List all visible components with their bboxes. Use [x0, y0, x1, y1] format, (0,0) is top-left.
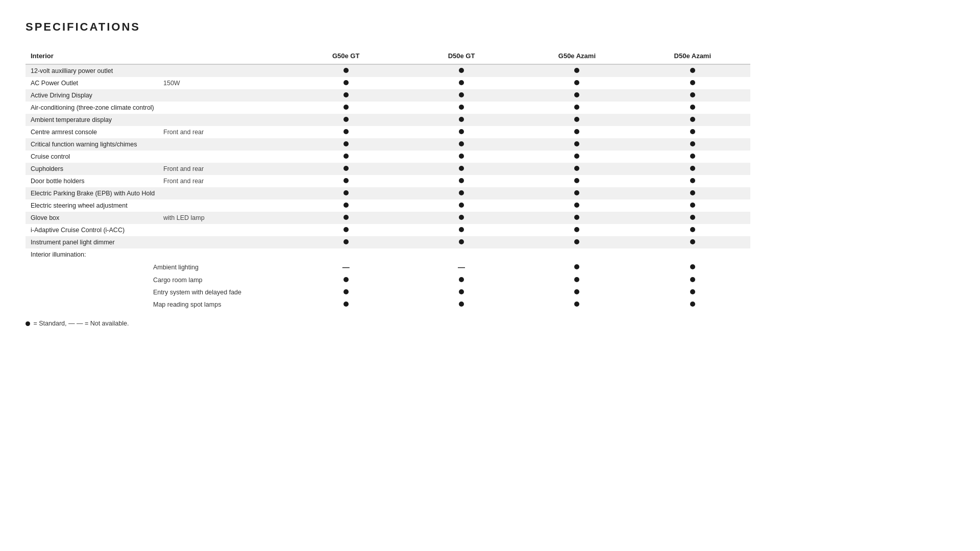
dot-icon [690, 178, 695, 183]
feature-name: Glove box [31, 214, 153, 221]
dot-icon [344, 203, 349, 208]
dot-icon [344, 141, 349, 146]
dot-icon [344, 80, 349, 85]
feature-name: i-Adaptive Cruise Control (i-ACC) [31, 227, 153, 234]
dot-icon [459, 203, 464, 208]
table-row: Electric steering wheel adjustment [26, 199, 750, 212]
cell-dot [404, 212, 519, 224]
cell-dot [519, 286, 634, 298]
dot-icon [690, 277, 695, 282]
feature-name: Active Driving Display [31, 92, 153, 99]
feature-name-cell: 12-volt auxilliary power outlet [26, 64, 288, 77]
feature-name: Interior illumination: [31, 251, 86, 258]
dot-icon [574, 154, 579, 159]
dot-icon [459, 129, 464, 134]
dot-icon [690, 105, 695, 110]
cell-dot [288, 138, 403, 151]
feature-name: Electric Parking Brake (EPB) with Auto H… [31, 190, 155, 197]
cell-dot [635, 89, 750, 102]
spec-table: Interior G50e GT D50e GT G50e Azami D50e… [26, 48, 750, 311]
feature-name-cell: Air-conditioning (three-zone climate con… [26, 102, 288, 114]
cell-dot [288, 175, 403, 187]
dot-icon [574, 117, 579, 122]
table-row: Active Driving Display [26, 89, 750, 102]
dot-icon [690, 190, 695, 195]
feature-name: Electric steering wheel adjustment [31, 202, 153, 209]
legend: = Standard, — — = Not available. [26, 320, 954, 327]
dot-icon [459, 166, 464, 171]
cell-dot [404, 274, 519, 286]
dot-icon [459, 215, 464, 220]
cell-dot [404, 77, 519, 89]
dot-icon [459, 178, 464, 183]
table-row: AC Power Outlet150W [26, 77, 750, 89]
cell-dot [635, 212, 750, 224]
table-row: Entry system with delayed fade [26, 286, 750, 298]
dot-icon [459, 302, 464, 307]
dot-icon [344, 68, 349, 73]
feature-detail: Front and rear [163, 178, 204, 185]
dot-icon [344, 239, 349, 244]
cell-dot [288, 64, 403, 77]
cell-dot [635, 286, 750, 298]
cell-dot [288, 224, 403, 236]
cell-dot [635, 151, 750, 163]
dot-icon [690, 289, 695, 294]
dot-icon [690, 264, 695, 269]
feature-name-cell: CupholdersFront and rear [26, 163, 288, 175]
feature-name: Cruise control [31, 153, 153, 160]
dot-icon [344, 302, 349, 307]
dot-icon [574, 239, 579, 244]
cell-dot [519, 187, 634, 199]
dot-icon [690, 154, 695, 159]
dot-icon [459, 117, 464, 122]
cell-dot [404, 187, 519, 199]
dot-icon [574, 105, 579, 110]
cell-dot [404, 151, 519, 163]
dot-icon [459, 227, 464, 232]
dot-icon [344, 166, 349, 171]
feature-name-cell: Cruise control [26, 151, 288, 163]
dot-icon [690, 302, 695, 307]
feature-detail: Front and rear [163, 129, 204, 136]
dot-icon [344, 154, 349, 159]
table-row: Map reading spot lamps [26, 298, 750, 311]
cell-dot [519, 212, 634, 224]
dot-icon [459, 141, 464, 146]
feature-name: Ambient temperature display [31, 116, 153, 123]
feature-name-cell: Instrument panel light dimmer [26, 236, 288, 248]
feature-name: 12-volt auxilliary power outlet [31, 67, 153, 74]
cell-dot [635, 298, 750, 311]
table-row: Cargo room lamp [26, 274, 750, 286]
cell-dot [288, 212, 403, 224]
table-row: 12-volt auxilliary power outlet [26, 64, 750, 77]
dot-icon [690, 92, 695, 97]
legend-dot-icon [26, 321, 30, 326]
dot-icon [574, 166, 579, 171]
cell-dot [404, 138, 519, 151]
dot-icon [690, 129, 695, 134]
col-header-feature: Interior [26, 48, 288, 64]
feature-name-cell: Electric steering wheel adjustment [26, 199, 288, 212]
cell-empty [404, 248, 519, 261]
cell-dot [288, 89, 403, 102]
dot-icon [574, 264, 579, 269]
sub-label: Map reading spot lamps [31, 301, 221, 308]
dot-icon [574, 129, 579, 134]
cell-dot [635, 64, 750, 77]
dot-icon [459, 239, 464, 244]
dot-icon [344, 190, 349, 195]
feature-name: Centre armrest console [31, 129, 153, 136]
cell-dot [519, 138, 634, 151]
cell-dot [519, 64, 634, 77]
dot-icon [690, 215, 695, 220]
cell-dot [635, 261, 750, 274]
cell-dot [288, 236, 403, 248]
cell-dot [288, 102, 403, 114]
cell-dot [635, 224, 750, 236]
cell-dot [404, 102, 519, 114]
table-row: Instrument panel light dimmer [26, 236, 750, 248]
feature-detail: with LED lamp [163, 214, 205, 221]
feature-name-cell: AC Power Outlet150W [26, 77, 288, 89]
cell-dot [635, 163, 750, 175]
